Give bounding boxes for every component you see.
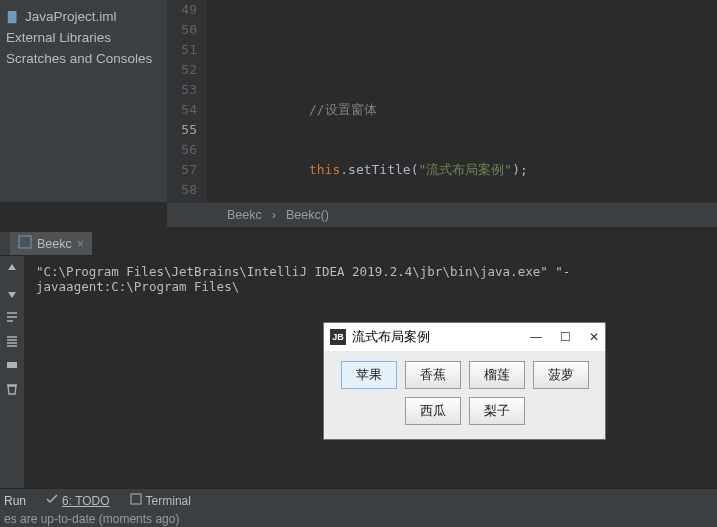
- line-number: 49: [167, 0, 197, 20]
- line-number: 51: [167, 40, 197, 60]
- breadcrumb-item[interactable]: Beekc(): [286, 208, 329, 222]
- breadcrumb-item[interactable]: Beekc: [227, 208, 262, 222]
- line-number: 52: [167, 60, 197, 80]
- tree-item-ext-libs[interactable]: External Libraries: [4, 27, 163, 48]
- minimize-icon[interactable]: —: [530, 330, 542, 344]
- console-line: "C:\Program Files\JetBrains\IntelliJ IDE…: [36, 264, 705, 294]
- print-icon[interactable]: [5, 358, 19, 372]
- tree-item-scratches[interactable]: Scratches and Consoles: [4, 48, 163, 69]
- swing-window: JB 流式布局案例 — ☐ ✕ 苹果 香蕉 榴莲 菠萝 西瓜 梨子: [323, 322, 606, 440]
- file-icon: [6, 10, 20, 24]
- swing-button[interactable]: 西瓜: [405, 397, 461, 425]
- svg-rect-3: [131, 494, 141, 504]
- code-line: //设置窗体: [207, 100, 717, 120]
- status-text: es are up-to-date (moments ago): [4, 512, 179, 526]
- close-icon[interactable]: ✕: [589, 330, 599, 344]
- breadcrumb: Beekc › Beekc(): [167, 202, 717, 227]
- svg-rect-0: [8, 10, 17, 22]
- todo-tool-button[interactable]: 6: TODO: [46, 493, 110, 508]
- project-tree: JavaProject.iml External Libraries Scrat…: [0, 0, 167, 202]
- swing-content: 苹果 香蕉 榴莲 菠萝 西瓜 梨子: [324, 351, 605, 439]
- bottom-tool-bar: Run 6: TODO Terminal: [0, 488, 717, 512]
- trash-icon[interactable]: [5, 382, 19, 396]
- code-line: [207, 40, 717, 60]
- swing-title-text: 流式布局案例: [352, 328, 530, 346]
- soft-wrap-icon[interactable]: [5, 310, 19, 324]
- line-number: 50: [167, 20, 197, 40]
- line-number-current: 55: [167, 120, 197, 140]
- terminal-tool-button[interactable]: Terminal: [130, 493, 191, 508]
- arrow-down-icon[interactable]: [5, 286, 19, 300]
- run-tool-button[interactable]: Run: [4, 494, 26, 508]
- svg-rect-2: [7, 362, 17, 368]
- terminal-label: Terminal: [146, 494, 191, 508]
- scroll-end-icon[interactable]: [5, 334, 19, 348]
- swing-titlebar[interactable]: JB 流式布局案例 — ☐ ✕: [324, 323, 605, 351]
- close-icon[interactable]: ×: [77, 237, 84, 251]
- run-tab-label: Beekc: [37, 237, 72, 251]
- maximize-icon[interactable]: ☐: [560, 330, 571, 344]
- status-bar: es are up-to-date (moments ago): [0, 512, 717, 527]
- line-number: 56: [167, 140, 197, 160]
- code-line: this.setTitle("流式布局案例");: [207, 160, 717, 180]
- terminal-icon: [130, 493, 142, 508]
- tree-label: JavaProject.iml: [25, 9, 117, 24]
- code-editor[interactable]: //设置窗体 this.setTitle("流式布局案例"); this.set…: [207, 0, 717, 202]
- chevron-right-icon: ›: [272, 208, 276, 222]
- swing-button[interactable]: 菠萝: [533, 361, 589, 389]
- swing-button[interactable]: 榴莲: [469, 361, 525, 389]
- todo-icon: [46, 493, 58, 508]
- run-window-icon: [18, 235, 32, 252]
- line-number: 54: [167, 100, 197, 120]
- java-app-icon: JB: [330, 329, 346, 345]
- swing-button[interactable]: 苹果: [341, 361, 397, 389]
- tree-item-iml[interactable]: JavaProject.iml: [4, 6, 163, 27]
- swing-button[interactable]: 梨子: [469, 397, 525, 425]
- svg-rect-1: [19, 236, 31, 248]
- tree-label: External Libraries: [6, 30, 111, 45]
- console-toolbar: [0, 256, 24, 488]
- tree-label: Scratches and Consoles: [6, 51, 152, 66]
- line-gutter: 49 50 51 52 53 54 55 56 57 58: [167, 0, 207, 202]
- run-tab[interactable]: Beekc ×: [10, 232, 92, 255]
- todo-label: 6: TODO: [62, 494, 110, 508]
- line-number: 53: [167, 80, 197, 100]
- swing-button[interactable]: 香蕉: [405, 361, 461, 389]
- line-number: 57: [167, 160, 197, 180]
- arrow-up-icon[interactable]: [5, 262, 19, 276]
- line-number: 58: [167, 180, 197, 200]
- run-tab-bar: Beekc ×: [0, 232, 92, 256]
